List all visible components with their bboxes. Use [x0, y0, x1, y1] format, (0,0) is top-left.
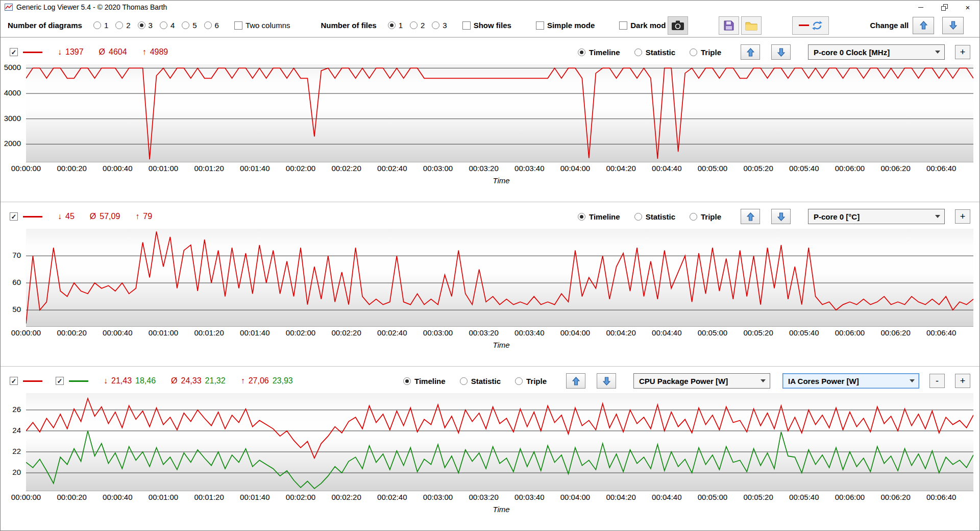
stat-min: ↓1397: [58, 47, 84, 57]
metric-dropdown-red[interactable]: CPU Package Power [W]: [633, 373, 770, 389]
simple-mode-checkbox[interactable]: Simple mode: [536, 21, 595, 30]
file-count-option-1[interactable]: 1: [388, 21, 403, 30]
checkbox-icon: [462, 21, 471, 30]
add-series-button[interactable]: +: [955, 374, 970, 388]
restore-icon: [941, 4, 948, 11]
x-tick-label: 00:01:40: [240, 328, 270, 337]
view-option-statistic[interactable]: Statistic: [634, 212, 675, 221]
reload-button[interactable]: [792, 16, 829, 35]
view-option-timeline[interactable]: Timeline: [403, 377, 446, 385]
x-tick-label: 00:00:40: [103, 164, 132, 173]
checkbox-icon: [234, 21, 242, 30]
move-panel-down-button[interactable]: [771, 44, 791, 60]
x-tick-label: 00:06:20: [880, 328, 910, 337]
close-button[interactable]: ×: [956, 1, 979, 14]
x-tick-label: 00:03:00: [423, 164, 453, 173]
metric-dropdown-green[interactable]: IA Cores Power [W]: [782, 373, 919, 389]
metric-dropdown[interactable]: P-core 0 Clock [MHz]: [808, 44, 945, 60]
view-option-timeline[interactable]: Timeline: [578, 212, 620, 221]
view-option-triple[interactable]: Triple: [690, 48, 721, 57]
x-tick-label: 00:00:00: [11, 164, 41, 173]
file-count-option-3[interactable]: 3: [432, 21, 447, 30]
x-tick-label: 00:02:40: [377, 328, 407, 337]
arrow-up-icon: [747, 212, 754, 221]
two-columns-checkbox[interactable]: Two columns: [234, 21, 290, 30]
metric-dropdown[interactable]: P-core 0 [°C]: [808, 209, 945, 224]
app-window: Generic Log Viewer 5.4 - © 2020 Thomas B…: [0, 0, 980, 531]
x-tick-label: 00:02:40: [377, 164, 407, 173]
diagram-count-option-3[interactable]: 3: [138, 21, 153, 30]
change-all-up-button[interactable]: [913, 17, 934, 34]
radio-icon: [115, 21, 123, 29]
view-option-timeline[interactable]: Timeline: [578, 48, 620, 57]
change-all-down-button[interactable]: [942, 17, 964, 34]
x-tick-label: 00:03:00: [423, 493, 453, 501]
x-tick-label: 00:04:20: [606, 493, 635, 501]
panel-header: ↓45 Ø57,09 ↑79 Timeline Statistic Triple…: [1, 205, 979, 228]
show-files-checkbox[interactable]: Show files: [462, 21, 511, 30]
x-tick-label: 00:02:20: [331, 493, 361, 501]
x-tick-label: 00:03:40: [514, 328, 544, 337]
y-tick-label: 50: [12, 305, 21, 313]
move-panel-up-button[interactable]: [566, 373, 585, 389]
change-all-label: Change all: [870, 21, 909, 30]
chart-svg: [26, 64, 973, 162]
view-option-triple[interactable]: Triple: [690, 212, 721, 221]
view-option-triple[interactable]: Triple: [515, 377, 547, 385]
x-tick-label: 00:04:00: [560, 328, 590, 337]
diagram-panel-1: ↓1397 Ø4604 ↑4989 Timeline Statistic Tri…: [1, 37, 979, 202]
diagram-count-option-2[interactable]: 2: [115, 21, 130, 30]
remove-series-button[interactable]: -: [929, 374, 945, 388]
move-panel-up-button[interactable]: [741, 44, 760, 60]
add-series-button[interactable]: +: [955, 209, 970, 224]
series-visibility-checkbox-red[interactable]: [10, 377, 18, 385]
minimize-icon: [918, 7, 923, 8]
plot-area: [26, 64, 973, 162]
x-tick-label: 00:04:20: [606, 328, 635, 337]
series-visibility-checkbox-green[interactable]: [56, 377, 64, 385]
x-tick-label: 00:05:40: [789, 164, 819, 173]
move-panel-down-button[interactable]: [597, 373, 616, 389]
y-tick-label: 70: [12, 251, 21, 259]
diagram-count-option-4[interactable]: 4: [160, 21, 175, 30]
view-option-statistic[interactable]: Statistic: [634, 48, 675, 57]
radio-icon: [432, 21, 439, 29]
dark-mode-checkbox[interactable]: Dark mod: [619, 21, 666, 30]
stat-max: ↑79: [135, 212, 152, 221]
move-panel-down-button[interactable]: [771, 209, 791, 224]
x-tick-label: 00:03:00: [423, 328, 453, 337]
x-axis-labels: 00:00:0000:00:2000:00:4000:01:0000:01:20…: [1, 164, 979, 176]
screenshot-button[interactable]: [668, 16, 688, 35]
diagram-count-option-1[interactable]: 1: [93, 21, 108, 30]
open-file-button[interactable]: [741, 16, 762, 35]
x-tick-label: 00:01:00: [149, 493, 178, 501]
x-tick-label: 00:01:40: [240, 493, 270, 501]
series-stats: ↓21,4318,46 Ø24,3321,32 ↑27,0623,93: [104, 376, 293, 385]
x-axis-labels: 00:00:0000:00:2000:00:4000:01:0000:01:20…: [1, 493, 979, 505]
diagram-count-option-5[interactable]: 5: [182, 21, 197, 30]
series-visibility-checkbox[interactable]: [10, 48, 18, 56]
diagram-count-option-6[interactable]: 6: [204, 21, 219, 30]
max-icon: ↑: [135, 212, 139, 221]
x-tick-label: 00:05:20: [743, 164, 773, 173]
minimize-button[interactable]: [909, 1, 933, 14]
radio-icon: [634, 49, 642, 56]
x-tick-label: 00:03:40: [514, 493, 544, 501]
series-visibility-checkbox[interactable]: [10, 212, 18, 221]
y-tick-label: 22: [12, 447, 21, 455]
move-panel-up-button[interactable]: [741, 209, 760, 224]
x-tick-label: 00:00:20: [57, 493, 86, 501]
restore-button[interactable]: [933, 1, 956, 14]
file-count-option-2[interactable]: 2: [410, 21, 425, 30]
x-tick-label: 00:06:40: [926, 493, 956, 501]
add-series-button[interactable]: +: [955, 45, 970, 59]
x-tick-label: 00:06:40: [926, 164, 956, 173]
radio-icon: [388, 21, 396, 29]
x-tick-label: 00:01:20: [194, 493, 224, 501]
radio-icon: [182, 21, 189, 29]
y-tick-label: 20: [12, 468, 21, 476]
arrow-up-icon: [572, 377, 580, 385]
view-option-statistic[interactable]: Statistic: [460, 377, 501, 385]
min-icon: ↓: [104, 376, 108, 385]
save-button[interactable]: [719, 16, 739, 35]
